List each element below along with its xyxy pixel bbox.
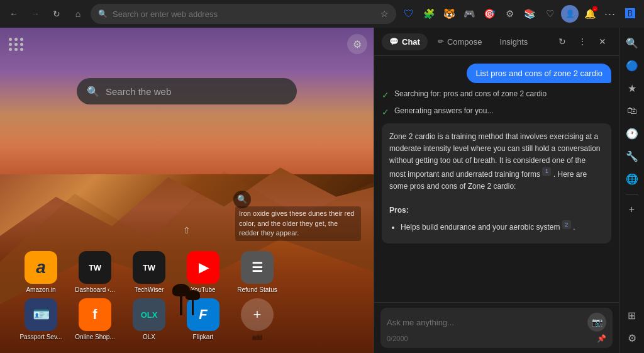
refund-label: Refund Status bbox=[237, 286, 277, 293]
pros-title: Pros: bbox=[389, 205, 604, 216]
add-shortcut-item[interactable]: + add bbox=[235, 298, 279, 340]
ext-icon-4[interactable]: 🎯 bbox=[480, 5, 498, 23]
search-bar-placeholder: Search the web bbox=[106, 86, 287, 97]
edge-copilot-icon[interactable]: 🔵 bbox=[622, 55, 642, 76]
amazon-icon: a bbox=[25, 251, 57, 284]
pros-list: Helps build endurance and your aerobic s… bbox=[389, 220, 604, 233]
user-message-bubble: List pros and cons of zone 2 cardio bbox=[467, 64, 611, 83]
generating-status-text: Generating answers for you... bbox=[394, 106, 493, 115]
chat-tab-label: Chat bbox=[402, 37, 420, 47]
citation-2[interactable]: 2 bbox=[562, 220, 571, 229]
edge-translate-icon[interactable]: 🌐 bbox=[622, 169, 642, 189]
app-amazon[interactable]: a Amazon.in bbox=[19, 251, 63, 293]
app-shop[interactable]: f Online Shop... bbox=[73, 298, 117, 340]
right-edge-bar: 🔍 🔵 ★ 🛍 🕐 🔧 🌐 + ⊞ ⚙ bbox=[619, 28, 644, 353]
ai-response-box: Zone 2 cardio is a training method that … bbox=[382, 123, 611, 244]
photo-info-text: Iron oxide gives these dunes their red c… bbox=[235, 206, 361, 240]
techwiser-icon: TW bbox=[133, 251, 165, 284]
bitwarden-icon[interactable]: 🛡 bbox=[400, 5, 418, 23]
newtab-settings[interactable]: ⚙ bbox=[347, 34, 367, 54]
address-bar[interactable]: 🔍 ☆ bbox=[91, 4, 396, 24]
pros-text-1: Helps build endurance and your aerobic s… bbox=[401, 223, 560, 232]
ext-icon-5[interactable]: ⚙ bbox=[501, 5, 518, 23]
refresh-button[interactable]: ↻ bbox=[48, 5, 65, 23]
more-options-button[interactable]: ⋮ bbox=[574, 33, 591, 50]
apps-grid-button[interactable] bbox=[8, 35, 25, 53]
pros-text-1b: . bbox=[573, 223, 575, 232]
notifications-icon[interactable]: 🔔 - bbox=[581, 5, 599, 23]
info-search-icon[interactable]: 🔍 bbox=[233, 191, 251, 208]
chat-tab-icon: 💬 bbox=[389, 37, 399, 46]
dashboard-label: Dashboard ‹... bbox=[75, 286, 114, 293]
camera-icon: 📷 bbox=[592, 317, 602, 327]
edge-add-icon[interactable]: + bbox=[622, 199, 642, 220]
copilot-ask-input[interactable] bbox=[387, 318, 582, 327]
heart-icon[interactable]: ♡ bbox=[541, 5, 558, 23]
edge-search-icon[interactable]: 🔍 bbox=[622, 33, 642, 53]
citation-1[interactable]: 1 bbox=[542, 167, 551, 176]
check-icon-1: ✓ bbox=[382, 90, 389, 100]
back-button[interactable]: ← bbox=[5, 5, 23, 23]
copilot-header: 💬 Chat ✏ Compose Insights ↻ ⋮ ✕ bbox=[374, 28, 619, 56]
more-button[interactable]: ··· bbox=[601, 5, 619, 23]
passport-icon: 🪪 bbox=[25, 298, 57, 331]
edge-divider bbox=[626, 194, 638, 194]
tab-insights[interactable]: Insights bbox=[492, 33, 536, 50]
ext-icon-3[interactable]: 🎮 bbox=[460, 5, 478, 23]
search-container: 🔍 Search the web bbox=[77, 78, 297, 104]
settings-icon[interactable]: ⚙ bbox=[347, 34, 367, 54]
home-button[interactable]: ⌂ bbox=[69, 5, 87, 23]
techwiser-label: TechWiser bbox=[135, 286, 164, 293]
app-techwiser[interactable]: TW TechWiser bbox=[127, 251, 171, 293]
search-status-item: ✓ Searching for: pros and cons of zone 2… bbox=[382, 89, 611, 100]
edge-settings-icon[interactable]: ⚙ bbox=[622, 328, 642, 348]
address-input[interactable] bbox=[113, 9, 375, 19]
check-icon-2: ✓ bbox=[382, 107, 389, 117]
search-magnifier-icon: 🔍 bbox=[87, 86, 99, 98]
favorite-icon[interactable]: ☆ bbox=[380, 9, 389, 19]
add-shortcut-label: add bbox=[252, 333, 263, 340]
app-olx[interactable]: OLX OLX bbox=[127, 298, 171, 340]
app-passport[interactable]: 🪪 Passport Sev... bbox=[19, 298, 63, 340]
forward-button[interactable]: → bbox=[26, 5, 44, 23]
edge-favorites-icon[interactable]: ★ bbox=[622, 78, 642, 98]
char-count-text: 0/2000 bbox=[387, 335, 408, 342]
main-area: ⚙ 🔍 Search the web 🔍 Iron oxide gives th… bbox=[0, 28, 644, 353]
refresh-copilot-button[interactable]: ↻ bbox=[553, 33, 571, 50]
refund-icon: ☰ bbox=[241, 251, 274, 284]
app-dashboard[interactable]: TW Dashboard ‹... bbox=[73, 251, 117, 293]
olx-label: OLX bbox=[143, 333, 155, 340]
passport-label: Passport Sev... bbox=[19, 333, 62, 340]
ext-icon-2[interactable]: 🐯 bbox=[440, 5, 458, 23]
copilot-icon[interactable]: 🅱 bbox=[621, 5, 639, 23]
expand-icon[interactable]: ⇧ bbox=[183, 225, 191, 235]
close-copilot-button[interactable]: ✕ bbox=[594, 33, 611, 50]
collections-icon[interactable]: 📚 bbox=[521, 5, 538, 23]
edge-split-icon[interactable]: ⊞ bbox=[622, 305, 642, 325]
tab-compose[interactable]: ✏ Compose bbox=[430, 33, 490, 50]
ext-icon-1[interactable]: 🧩 bbox=[420, 5, 438, 23]
edge-tools-icon[interactable]: 🔧 bbox=[622, 146, 642, 166]
shop-icon: f bbox=[79, 298, 111, 331]
char-count-row: 0/2000 📌 bbox=[387, 334, 606, 343]
search-status-text: Searching for: pros and cons of zone 2 c… bbox=[394, 89, 547, 98]
pros-item-1: Helps build endurance and your aerobic s… bbox=[401, 220, 604, 233]
new-tab-page: ⚙ 🔍 Search the web 🔍 Iron oxide gives th… bbox=[0, 28, 374, 353]
insights-tab-label: Insights bbox=[500, 37, 528, 47]
edge-history-icon[interactable]: 🕐 bbox=[622, 123, 642, 143]
profile-avatar[interactable]: 👤 bbox=[561, 5, 579, 23]
flipkart-label: Flipkart bbox=[193, 333, 214, 340]
amazon-label: Amazon.in bbox=[26, 286, 55, 293]
copilot-content: List pros and cons of zone 2 cardio ✓ Se… bbox=[374, 56, 619, 302]
copilot-send-button[interactable]: 📷 bbox=[587, 313, 606, 332]
app-refund[interactable]: ☰ Refund Status bbox=[235, 251, 279, 293]
add-shortcut-icon[interactable]: + bbox=[241, 298, 274, 331]
dashboard-icon: TW bbox=[79, 251, 111, 284]
copilot-input-area: 📷 0/2000 📌 bbox=[374, 302, 619, 353]
tab-chat[interactable]: 💬 Chat bbox=[382, 33, 428, 50]
pin-icon[interactable]: 📌 bbox=[597, 334, 606, 343]
copilot-input-row: 📷 bbox=[387, 313, 606, 332]
edge-shopping-icon[interactable]: 🛍 bbox=[622, 101, 642, 121]
search-bar[interactable]: 🔍 Search the web bbox=[77, 78, 297, 104]
copilot-input-box: 📷 0/2000 📌 bbox=[380, 308, 613, 348]
